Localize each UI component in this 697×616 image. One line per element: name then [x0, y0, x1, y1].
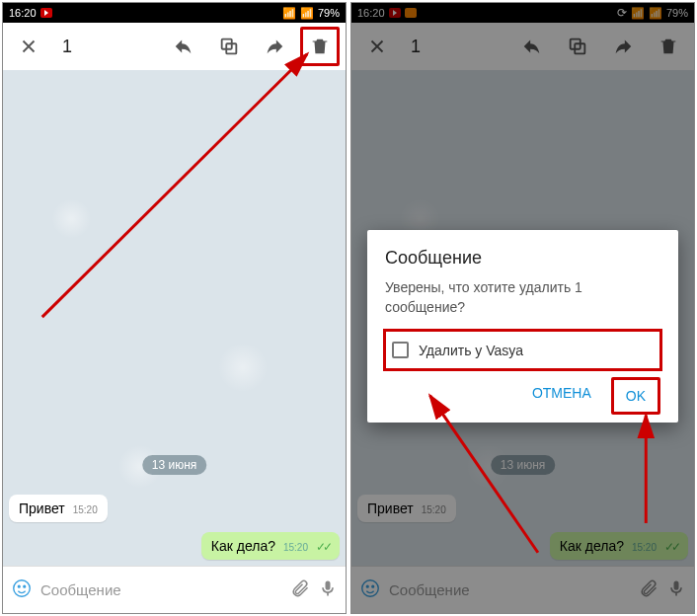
signal-icon: 📶	[282, 7, 296, 20]
signal-icon: 📶	[300, 7, 314, 20]
battery-text: 79%	[318, 7, 340, 19]
message-time: 15:20	[283, 542, 308, 553]
close-icon[interactable]	[9, 27, 48, 66]
date-separator: 13 июня	[142, 455, 207, 475]
svg-point-3	[18, 585, 20, 587]
selection-toolbar: 1	[3, 23, 346, 70]
dialog-body: Уверены, что хотите удалить 1 сообщение?	[385, 278, 660, 317]
ok-button[interactable]: OK	[611, 377, 660, 415]
incoming-message[interactable]: Привет 15:20	[9, 495, 108, 522]
dialog-title: Сообщение	[385, 248, 660, 269]
message-input-bar	[3, 566, 346, 613]
svg-point-4	[24, 585, 26, 587]
phone-screen-left: 16:20 📶 📶 79% 1	[2, 2, 347, 614]
status-bar: 16:20 📶 📶 79%	[3, 3, 346, 23]
checkbox-label: Удалить у Vasya	[419, 343, 523, 358]
delete-dialog: Сообщение Уверены, что хотите удалить 1 …	[367, 230, 678, 423]
read-ticks-icon: ✓✓	[316, 540, 330, 554]
message-time: 15:20	[73, 504, 98, 515]
message-text: Как дела?	[211, 538, 275, 554]
attach-icon[interactable]	[290, 578, 310, 601]
message-text: Привет	[19, 500, 65, 516]
delete-icon[interactable]	[300, 27, 340, 66]
status-time: 16:20	[9, 7, 37, 19]
copy-icon[interactable]	[209, 27, 249, 66]
selection-count: 1	[62, 37, 72, 57]
youtube-icon	[40, 8, 52, 18]
message-input[interactable]	[40, 581, 282, 598]
chat-area[interactable]: 13 июня Привет 15:20 Как дела? 15:20 ✓✓	[3, 70, 346, 566]
svg-point-2	[14, 580, 31, 597]
delete-for-other-checkbox[interactable]: Удалить у Vasya	[388, 334, 658, 366]
checkbox-icon	[392, 342, 409, 358]
reply-icon[interactable]	[164, 27, 203, 66]
phone-screen-right: 16:20 ⟳ 📶 📶 79% 1 13 июня	[350, 2, 695, 614]
sticker-icon[interactable]	[11, 578, 33, 602]
cancel-button[interactable]: ОТМЕНА	[520, 377, 603, 415]
outgoing-message[interactable]: Как дела? 15:20 ✓✓	[201, 532, 340, 560]
forward-icon[interactable]	[255, 27, 294, 66]
mic-icon[interactable]	[318, 578, 338, 601]
